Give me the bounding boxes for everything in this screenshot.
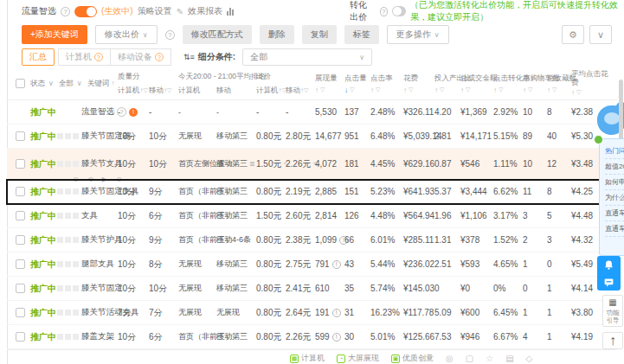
- tag-button[interactable]: 标签: [344, 25, 379, 44]
- col-header-keyword[interactable]: 关键词 ↑: [87, 79, 115, 89]
- keyword-label: 膝关节支具: [81, 158, 123, 169]
- subcol-qs-mobile[interactable]: 移动↑▽: [149, 86, 178, 96]
- tab-summary[interactable]: 汇总: [22, 48, 55, 66]
- col-header-ctr[interactable]: 点击率: [370, 73, 403, 84]
- quality-score-pc: 10分: [118, 210, 149, 222]
- delete-button[interactable]: 删除: [260, 25, 294, 44]
- info-circle-icon[interactable]: !: [332, 260, 341, 269]
- quality-score-mobile: 9分: [149, 234, 178, 246]
- strategy-settings-link[interactable]: 策略设置: [138, 5, 172, 17]
- table-row[interactable]: 推广中 支具 ?! ⊙ ⟲ ▶ ⊖ 10分 6分 首页（非前三）≣ 移动第三≣ …: [7, 204, 613, 228]
- table-row[interactable]: 推广中 膝关节固定支具 ?! ⊙ ⟲ ▶ ⊖ 10分 9分 首页（非前三）≣ 移…: [7, 180, 613, 204]
- more-actions-button[interactable]: 更多操作∨: [387, 25, 449, 44]
- ctr-value: 6.48%: [370, 131, 403, 141]
- col-header-favorites[interactable]: 总收藏数: [547, 73, 571, 84]
- table-row[interactable]: 推广中 膝关节固定 ?! ⊙ ⟲ ▶ ⊖ 10分 10分 无展现≣ 移动第三≣ …: [7, 277, 613, 301]
- table-row[interactable]: 推广中 腿部支具 ?! ⊙ ⟲ ▶ ⊖ 10分 8分 无展现≣ 移动第三≣ 0.…: [7, 252, 613, 277]
- rank-mobile: 移动第三: [216, 284, 248, 292]
- favorites-value: 5: [547, 211, 571, 220]
- faq-item[interactable]: 超值20: [605, 159, 624, 175]
- gear-icon[interactable]: ⚙: [562, 25, 584, 44]
- col-header-carts[interactable]: 总购物车数: [523, 73, 547, 84]
- report-link[interactable]: 效果报表: [188, 5, 222, 17]
- copy-button[interactable]: 复制: [302, 25, 337, 44]
- tab-pc[interactable]: 计算机?: [58, 48, 111, 66]
- feature-guide-button[interactable]: ▦ 功能引导: [602, 295, 623, 327]
- info-icon[interactable]: ?: [165, 30, 175, 40]
- col-header-gmv[interactable]: 总成交金额: [460, 73, 493, 84]
- group-bid: 出价 计算机↑▽ 移动↑▽: [256, 67, 315, 99]
- add-keyword-button[interactable]: +添加关键词: [22, 25, 87, 44]
- faq-item[interactable]: 直通车推广: [605, 206, 624, 221]
- alert-icon[interactable]: !: [129, 108, 138, 117]
- table-row[interactable]: 推广中 膝关节支具 ?! ⊙ ⟲ ▶ ⊖ 10分 10分 首页左侧位置≣ 移动第…: [7, 149, 613, 180]
- gmv-value: ¥946: [460, 332, 493, 342]
- modify-bid-button[interactable]: 修改出价∨: [95, 25, 158, 44]
- keyword-label: 支具: [81, 210, 98, 221]
- col-header-status[interactable]: 状态∨: [30, 79, 54, 89]
- bid-pc: 0.80元: [256, 187, 281, 196]
- faq-item[interactable]: 如何申请图片功能: [605, 175, 624, 190]
- col-header-cvr[interactable]: 点击转化率: [493, 73, 523, 84]
- row-checkbox[interactable]: [16, 284, 25, 293]
- select-all-checkbox[interactable]: [16, 79, 25, 88]
- bid-pc: 1.50元: [256, 211, 281, 220]
- row-checkbox[interactable]: [16, 159, 25, 169]
- subcol-bid-mobile[interactable]: 移动↑▽: [286, 86, 315, 96]
- row-checkbox[interactable]: [16, 332, 25, 342]
- table-row[interactable]: 推广中 膝盖支架 ?! ⊙ ⟲ ▶ ⊖ 10分 6分 首页（非前三）≣ 移动第三…: [7, 325, 613, 349]
- cvr-value: 6.45%: [493, 308, 523, 317]
- help-icon[interactable]: ?: [61, 7, 70, 16]
- col-header-clicks[interactable]: 点击量: [344, 73, 370, 84]
- cvr-value: 6.67%: [493, 332, 523, 342]
- carts-value: 11: [523, 187, 547, 196]
- edit-icon[interactable]: ✎: [177, 7, 183, 16]
- info-icon[interactable]: ?: [117, 107, 126, 117]
- conversion-bid-toggle[interactable]: [392, 6, 406, 16]
- rank-menu-icon[interactable]: ≣: [249, 160, 255, 168]
- bar-chart-icon[interactable]: [227, 7, 234, 16]
- row-checkbox[interactable]: [16, 187, 25, 196]
- col-header-cost[interactable]: 花费: [403, 73, 434, 84]
- impressions-value: 791: [315, 259, 330, 269]
- table-row[interactable]: 推广中 流量智选 ?! ⊙ ⟲ ▶ ⊖ - - -≣ -≣ -✎ -✎ 5,53…: [7, 100, 613, 125]
- chat-icon[interactable]: [597, 273, 621, 291]
- carts-value: 1: [523, 259, 547, 269]
- modify-match-button[interactable]: 修改匹配方式: [183, 25, 252, 44]
- info-circle-icon[interactable]: !: [332, 333, 341, 342]
- bell-icon[interactable]: [597, 256, 621, 273]
- back-to-top-button[interactable]: ↑: [602, 332, 623, 349]
- col-header-avg-cpc[interactable]: 平均点击花费: [571, 70, 611, 86]
- rank-pc: 无展现: [178, 259, 202, 268]
- bid-mobile: 2.75元: [286, 259, 311, 269]
- col-header-scope[interactable]: 全部∨: [59, 79, 82, 89]
- help-icon[interactable]: ?: [380, 7, 388, 16]
- faq-item[interactable]: 直通车推广计划: [605, 221, 624, 237]
- row-checkbox[interactable]: [16, 211, 25, 220]
- row-checkbox[interactable]: [16, 131, 25, 141]
- impressions-value: 2,885: [315, 187, 337, 196]
- tab-mobile[interactable]: 移动设备?: [111, 48, 171, 66]
- col-header-impressions[interactable]: 展现量: [315, 73, 344, 84]
- ctr-value: 2.48%: [370, 107, 403, 117]
- table-row[interactable]: 推广中 膝关节活动支具 ?! ⊙ ⟲ ▶ ⊖ 7分 7分 无展现≣ 无展现≣ 0…: [7, 301, 613, 325]
- toolbar: +添加关键词 修改出价∨ ? 修改匹配方式 删除 复制 标签 更多操作∨ ⚙ ∨: [8, 22, 624, 47]
- row-checkbox[interactable]: [16, 308, 25, 317]
- faq-item[interactable]: 为什么过日限额: [605, 190, 624, 206]
- bid-mobile: 2.19元: [286, 187, 311, 196]
- condition-select[interactable]: 全部∨: [242, 48, 372, 66]
- chevron-down-icon[interactable]: ∨: [589, 25, 612, 44]
- table-row[interactable]: 推广中 膝关节固定器 ?! ⊙ ⟲ ▶ ⊖ 10分 10分 无展现≣ 移动第三≣…: [7, 125, 613, 149]
- quality-score-mobile: 6分: [149, 210, 178, 222]
- row-checkbox[interactable]: [16, 259, 25, 269]
- smart-traffic-toggle[interactable]: [74, 6, 97, 17]
- row-checkbox[interactable]: [16, 235, 25, 245]
- subcol-qs-pc[interactable]: 计算机↑▽: [118, 86, 149, 96]
- table-row[interactable]: 推广中 膝关节护具 ?! ⊙ ⟲ ▶ ⊖ 10分 9分 首页（非前三）≣ 移动4…: [7, 228, 613, 252]
- subcol-bid-pc[interactable]: 计算机↑▽: [256, 86, 286, 96]
- faq-link[interactable]: 热门问题: [605, 144, 624, 159]
- cost-value: ¥5,039.14: [403, 131, 434, 141]
- carts-value: 10: [523, 159, 547, 169]
- col-header-roi[interactable]: 投入产出比: [434, 73, 460, 84]
- info-circle-icon[interactable]: !: [332, 309, 341, 317]
